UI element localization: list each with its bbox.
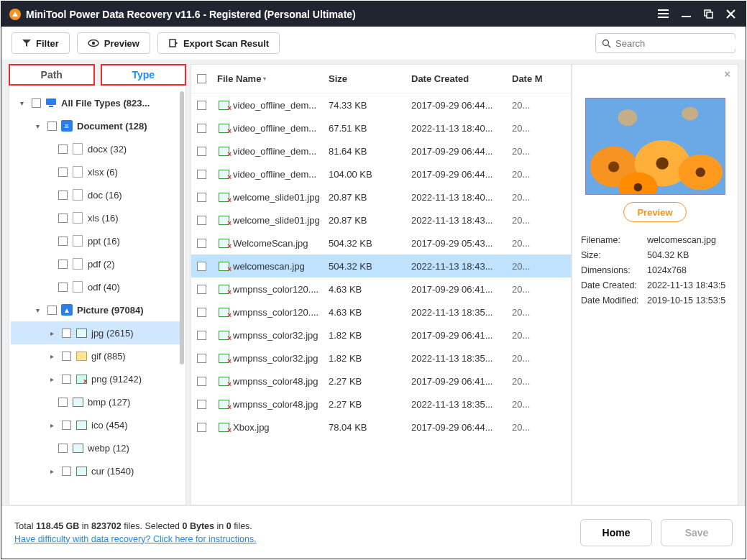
table-row[interactable]: welcome_slide01.jpg20.87 KB2022-11-13 18… [191,185,571,208]
chevron-down-icon[interactable]: ▾ [17,99,27,107]
table-row[interactable]: wmpnss_color32.jpg1.82 KB2022-11-13 18:3… [191,346,571,369]
checkbox[interactable] [58,144,68,154]
tree-png[interactable]: ▸png (91242) [11,367,183,390]
tree-odf[interactable]: odf (40) [11,275,183,298]
export-button[interactable]: Export Scan Result [157,32,280,54]
row-checkbox[interactable] [197,400,206,409]
row-checkbox[interactable] [197,377,206,386]
table-row[interactable]: welcomescan.jpg504.32 KB2022-11-13 18:43… [191,254,571,277]
tree-xls[interactable]: xls (16) [11,206,183,229]
table-row[interactable]: video_offline_dem...81.64 KB2017-09-29 0… [191,139,571,162]
image-icon [75,327,87,339]
preview-button[interactable]: Preview [77,32,150,54]
tree-scrollbar[interactable] [180,91,184,364]
chevron-down-icon[interactable]: ▾ [32,306,43,314]
cell-date-created: 2017-09-29 06:41... [411,330,512,341]
tab-path[interactable]: Path [9,64,95,86]
maximize-icon[interactable] [704,9,713,19]
row-checkbox[interactable] [197,262,206,271]
table-row[interactable]: wmpnss_color48.jpg2.27 KB2022-11-13 18:3… [191,393,571,416]
tree-xlsx[interactable]: xlsx (6) [11,160,183,183]
tree-pdf[interactable]: pdf (2) [11,252,183,275]
table-row[interactable]: video_offline_dem...104.00 KB2017-09-29 … [191,162,571,185]
label-filename: Filename: [581,235,647,245]
label-dimensions: Dimensions: [581,265,647,275]
open-preview-button[interactable]: Preview [623,202,686,222]
tab-type[interactable]: Type [101,64,187,86]
checkbox[interactable] [58,260,68,269]
tree-ppt[interactable]: ppt (16) [11,229,183,252]
col-date-created[interactable]: Date Created [411,73,512,84]
checkbox[interactable] [58,283,68,292]
row-checkbox[interactable] [197,331,206,340]
row-checkbox[interactable] [197,239,206,248]
checkbox[interactable] [58,398,68,407]
checkbox[interactable] [62,375,71,384]
chevron-right-icon[interactable]: ▸ [47,352,58,360]
menu-icon[interactable] [658,9,669,19]
type-tree[interactable]: ▾ All File Types (823... ▾ ≡ Document (1… [9,85,186,505]
tree-gif[interactable]: ▸gif (885) [11,344,183,367]
close-icon[interactable] [726,9,735,19]
checkbox[interactable] [58,444,68,453]
table-row[interactable]: welcome_slide01.jpg20.87 KB2022-11-13 18… [191,208,571,231]
file-type-icon [217,354,230,363]
checkbox[interactable] [47,306,57,315]
minimize-icon[interactable] [682,9,691,19]
row-checkbox[interactable] [197,285,206,294]
row-checkbox[interactable] [197,124,206,133]
tree-cur[interactable]: ▸cur (1540) [11,459,183,482]
tree-bmp[interactable]: bmp (127) [11,390,183,413]
search-input[interactable] [615,38,736,49]
tree-jpg[interactable]: ▸jpg (2615) [11,321,183,344]
checkbox[interactable] [62,329,71,338]
row-checkbox[interactable] [197,308,206,317]
chevron-right-icon[interactable]: ▸ [47,467,58,475]
chevron-down-icon[interactable]: ▾ [32,122,43,130]
table-row[interactable]: Xbox.jpg78.04 KB2017-09-29 06:44...20... [191,416,571,439]
select-all-checkbox[interactable] [197,74,206,83]
row-checkbox[interactable] [197,101,206,110]
row-checkbox[interactable] [197,423,206,432]
chevron-right-icon[interactable]: ▸ [47,375,58,383]
tree-picture[interactable]: ▾ ▲ Picture (97084) [11,298,183,321]
home-button[interactable]: Home [580,519,652,546]
row-checkbox[interactable] [197,354,206,363]
close-panel-icon[interactable]: × [724,68,730,80]
table-row[interactable]: wmpnss_color32.jpg1.82 KB2017-09-29 06:4… [191,323,571,346]
table-row[interactable]: wmpnss_color120....4.63 KB2017-09-29 06:… [191,277,571,300]
save-button[interactable]: Save [661,519,733,546]
tree-doc[interactable]: doc (16) [11,183,183,206]
row-checkbox[interactable] [197,193,206,202]
table-row[interactable]: wmpnss_color120....4.63 KB2022-11-13 18:… [191,300,571,323]
checkbox[interactable] [58,237,68,246]
checkbox[interactable] [32,98,41,108]
checkbox[interactable] [62,421,71,430]
table-row[interactable]: wmpnss_color48.jpg2.27 KB2017-09-29 06:4… [191,369,571,393]
chevron-right-icon[interactable]: ▸ [47,421,58,429]
checkbox[interactable] [47,121,57,131]
tree-webp[interactable]: webp (12) [11,436,183,459]
help-link[interactable]: Have difficulty with data recovery? Clic… [14,534,257,544]
filter-button[interactable]: Filter [12,32,70,54]
checkbox[interactable] [62,467,71,476]
checkbox[interactable] [62,352,71,361]
col-date-modified[interactable]: Date M [512,73,548,84]
checkbox[interactable] [58,167,68,177]
row-checkbox[interactable] [197,170,206,179]
table-row[interactable]: video_offline_dem...67.51 KB2022-11-13 1… [191,116,571,139]
row-checkbox[interactable] [197,147,206,156]
checkbox[interactable] [58,191,68,200]
chevron-right-icon[interactable]: ▸ [47,329,58,337]
row-checkbox[interactable] [197,216,206,225]
col-size[interactable]: Size [329,73,411,84]
tree-root-all[interactable]: ▾ All File Types (823... [11,91,183,114]
table-row[interactable]: video_offline_dem...74.33 KB2017-09-29 0… [191,93,571,116]
search-box[interactable] [595,33,735,53]
tree-ico[interactable]: ▸ico (454) [11,413,183,436]
table-row[interactable]: WelcomeScan.jpg504.32 KB2017-09-29 05:43… [191,231,571,254]
col-filename[interactable]: File Name▾ [217,73,329,84]
tree-document[interactable]: ▾ ≡ Document (128) [11,114,183,137]
tree-docx[interactable]: docx (32) [11,137,183,160]
checkbox[interactable] [58,214,68,223]
